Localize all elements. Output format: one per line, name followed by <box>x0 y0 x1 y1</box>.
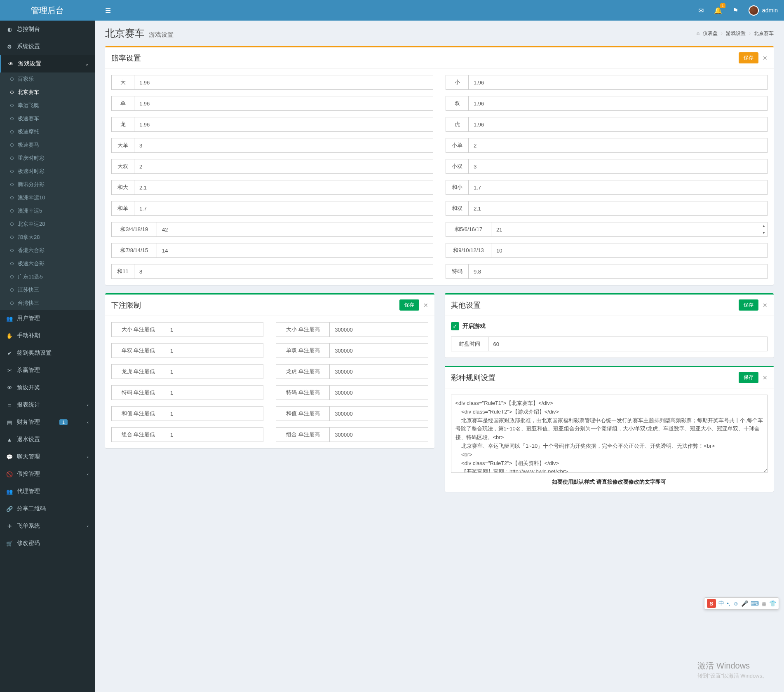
close-icon[interactable]: ✕ <box>763 302 768 309</box>
flag-icon[interactable]: ⚑ <box>732 7 738 14</box>
odds-label-4-l: 大双 <box>111 159 134 174</box>
limit-input-3-l[interactable] <box>165 385 263 400</box>
ime-keyboard-icon[interactable]: ⌨ <box>751 600 759 607</box>
odds-input-0-l[interactable] <box>134 75 433 90</box>
sidebar-subitem-2-12[interactable]: 加拿大28 <box>0 231 95 244</box>
mail-icon[interactable]: ✉ <box>698 7 704 14</box>
sidebar-item-11[interactable]: 💬聊天管理‹ <box>0 448 95 465</box>
odds-input-7-r[interactable] <box>491 222 768 237</box>
sidebar-subitem-2-17[interactable]: 台湾快三 <box>0 297 95 310</box>
odds-input-2-r[interactable] <box>468 117 768 132</box>
sidebar-subitem-2-15[interactable]: 广东11选5 <box>0 270 95 283</box>
limit-input-1-r[interactable] <box>329 343 428 358</box>
ime-toolbar[interactable]: S 中 •, ☺ 🎤 ⌨ ▦ 👕 <box>704 597 779 610</box>
ime-punct[interactable]: •, <box>727 600 730 607</box>
close-icon[interactable]: ✕ <box>763 374 768 381</box>
odds-input-3-r[interactable] <box>468 138 768 153</box>
close-icon[interactable]: ✕ <box>763 55 768 61</box>
odds-input-4-r[interactable] <box>468 159 768 174</box>
sidebar-subitem-2-10[interactable]: 澳洲幸运5 <box>0 204 95 217</box>
sidebar-subitem-2-3[interactable]: 极速赛车 <box>0 112 95 125</box>
odds-input-8-l[interactable] <box>157 243 433 258</box>
ime-lang[interactable]: 中 <box>718 600 724 607</box>
spinner-up-icon[interactable]: ▲ <box>761 222 767 229</box>
seal-time-input[interactable] <box>488 337 768 351</box>
sidebar-subitem-2-0[interactable]: 百家乐 <box>0 72 95 86</box>
sidebar-subitem-2-2[interactable]: 幸运飞艇 <box>0 99 95 112</box>
limit-input-2-r[interactable] <box>329 364 428 379</box>
user-menu[interactable]: admin <box>749 5 778 16</box>
sidebar-item-3[interactable]: 👥用户管理 <box>0 310 95 327</box>
sidebar-subitem-2-13[interactable]: 香港六合彩 <box>0 244 95 257</box>
odds-input-1-r[interactable] <box>468 96 768 111</box>
sidebar-item-10[interactable]: ▲退水设置 <box>0 431 95 448</box>
limit-input-1-l[interactable] <box>165 343 263 358</box>
odds-save-button[interactable]: 保存 <box>739 52 758 63</box>
odds-input-4-l[interactable] <box>134 159 433 174</box>
bell-icon[interactable]: 🔔1 <box>714 7 722 14</box>
odds-input-9-r[interactable] <box>468 264 768 279</box>
sidebar-item-8[interactable]: ≡报表统计‹ <box>0 396 95 414</box>
sidebar-item-16[interactable]: 🛒修改密码 <box>0 535 95 552</box>
sidebar-subitem-2-4[interactable]: 极速摩托 <box>0 125 95 138</box>
logo[interactable]: 管理后台 <box>0 0 95 21</box>
odds-input-6-l[interactable] <box>134 201 433 216</box>
ime-cloth-icon[interactable]: 👕 <box>769 600 776 607</box>
limit-input-5-r[interactable] <box>329 427 428 442</box>
sidebar-toggle[interactable]: ☰ <box>101 5 115 16</box>
sidebar-item-7[interactable]: 👁预设开奖 <box>0 379 95 396</box>
crumb-game-settings[interactable]: 游戏设置 <box>726 30 746 37</box>
limit-input-3-r[interactable] <box>329 385 428 400</box>
sidebar-item-12[interactable]: 🚫假投管理‹ <box>0 465 95 483</box>
odds-input-5-r[interactable] <box>468 180 768 195</box>
enable-game-checkbox[interactable]: ✓ <box>451 322 459 330</box>
sidebar-item-0[interactable]: ◐总控制台 <box>0 21 95 38</box>
sidebar-subitem-2-8[interactable]: 腾讯分分彩 <box>0 178 95 191</box>
sidebar-subitem-2-7[interactable]: 极速时时彩 <box>0 165 95 178</box>
crumb-dashboard[interactable]: 仪表盘 <box>703 30 718 37</box>
ime-skin-icon[interactable]: ▦ <box>761 600 767 607</box>
odds-input-9-l[interactable] <box>134 264 433 279</box>
sidebar-subitem-2-5[interactable]: 极速赛马 <box>0 138 95 152</box>
sidebar-item-4[interactable]: ✋手动补期 <box>0 327 95 344</box>
limit-input-0-r[interactable] <box>329 322 428 337</box>
odds-input-2-l[interactable] <box>134 117 433 132</box>
limit-input-4-l[interactable] <box>165 406 263 421</box>
limit-input-4-r[interactable] <box>329 406 428 421</box>
limit-input-5-l[interactable] <box>165 427 263 442</box>
ime-mic-icon[interactable]: 🎤 <box>741 600 748 607</box>
sidebar-item-1[interactable]: ⚙系统设置 <box>0 38 95 55</box>
sidebar-item-9[interactable]: ▤财务管理1‹ <box>0 414 95 431</box>
limit-input-2-l[interactable] <box>165 364 263 379</box>
ime-emoji-icon[interactable]: ☺ <box>733 600 739 607</box>
sidebar-subitem-2-11[interactable]: 北京幸运28 <box>0 217 95 231</box>
sidebar-subitem-2-16[interactable]: 江苏快三 <box>0 283 95 297</box>
sidebar-subitem-2-14[interactable]: 极速六合彩 <box>0 257 95 270</box>
limits-save-button[interactable]: 保存 <box>399 299 419 311</box>
sidebar-subitem-2-1[interactable]: 北京赛车 <box>0 86 95 99</box>
sidebar-item-14[interactable]: 🔗分享二维码 <box>0 500 95 517</box>
limit-input-0-l[interactable] <box>165 322 263 337</box>
sidebar-item-2[interactable]: 👁游戏设置⌄ <box>0 55 95 72</box>
sidebar-item-5[interactable]: ✔签到奖励设置 <box>0 344 95 362</box>
odds-label-3-r: 小单 <box>446 138 468 153</box>
other-save-button[interactable]: 保存 <box>739 299 758 311</box>
spinner-down-icon[interactable]: ▼ <box>761 229 767 236</box>
rules-save-button[interactable]: 保存 <box>739 372 758 383</box>
sidebar-subitem-2-9[interactable]: 澳洲幸运10 <box>0 191 95 204</box>
odds-input-0-r[interactable] <box>468 75 768 90</box>
close-icon[interactable]: ✕ <box>423 302 428 309</box>
sidebar-item-15[interactable]: ✈飞单系统‹ <box>0 517 95 535</box>
odds-input-8-r[interactable] <box>491 243 768 258</box>
odds-label-5-r: 和小 <box>446 180 468 195</box>
sidebar-item-6[interactable]: ✂杀赢管理 <box>0 362 95 379</box>
odds-input-6-r[interactable] <box>468 201 768 216</box>
odds-input-3-l[interactable] <box>134 138 433 153</box>
limits-title: 下注限制 <box>111 300 141 310</box>
sidebar-subitem-2-6[interactable]: 重庆时时彩 <box>0 152 95 165</box>
odds-input-1-l[interactable] <box>134 96 433 111</box>
odds-input-5-l[interactable] <box>134 180 433 195</box>
sidebar-item-13[interactable]: 👥代理管理 <box>0 483 95 500</box>
rules-textarea[interactable] <box>451 395 768 473</box>
odds-input-7-l[interactable] <box>157 222 433 237</box>
